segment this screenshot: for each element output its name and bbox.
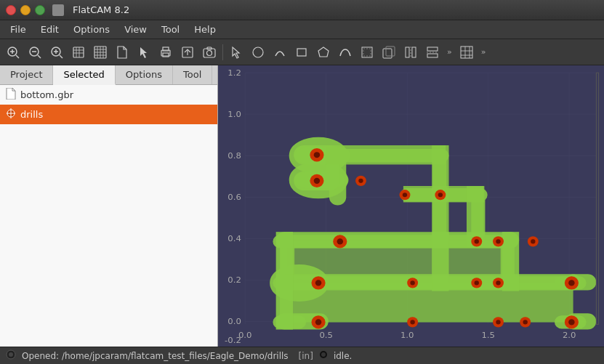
- svg-point-127: [475, 239, 479, 243]
- cursor-tool[interactable]: [226, 42, 246, 62]
- svg-text:0.8: 0.8: [227, 151, 241, 161]
- file-icon: [6, 88, 16, 102]
- export-button[interactable]: [177, 42, 198, 62]
- tab-selected[interactable]: Selected: [53, 65, 115, 85]
- menu-view[interactable]: View: [117, 23, 154, 36]
- svg-rect-32: [297, 49, 306, 56]
- canvas-area[interactable]: 1.2 1.0 0.8 0.6 0.4 0.2 0.0 -0.2 0.0 0.5…: [218, 65, 604, 347]
- svg-rect-101: [326, 145, 446, 164]
- new-button[interactable]: [112, 42, 132, 62]
- minimize-button[interactable]: [20, 5, 31, 15]
- svg-point-147: [496, 320, 500, 324]
- tab-tool[interactable]: Tool: [173, 65, 212, 84]
- circle-tool[interactable]: [248, 42, 268, 62]
- svg-rect-105: [276, 232, 520, 248]
- svg-point-143: [315, 319, 321, 325]
- toolbar: » »: [0, 39, 604, 65]
- zoom-fit-button[interactable]: [3, 42, 23, 62]
- replot-button[interactable]: [90, 42, 110, 62]
- tab-bar: Project Selected Options Tool: [0, 65, 217, 85]
- print-button[interactable]: [156, 42, 176, 62]
- menu-file[interactable]: File: [3, 23, 33, 36]
- svg-line-1: [16, 55, 19, 58]
- svg-point-125: [337, 238, 343, 244]
- svg-rect-36: [383, 49, 392, 58]
- app-icon: [52, 4, 64, 16]
- svg-point-133: [315, 280, 321, 286]
- svg-rect-11: [73, 47, 84, 57]
- svg-rect-37: [386, 46, 395, 56]
- idle-text: idle.: [334, 351, 352, 361]
- menu-edit[interactable]: Edit: [33, 23, 66, 36]
- close-button[interactable]: [6, 5, 16, 15]
- menu-tool[interactable]: Tool: [154, 23, 187, 36]
- tree-item-drills[interactable]: drills: [0, 105, 217, 124]
- svg-text:0.6: 0.6: [227, 193, 241, 203]
- svg-rect-28: [204, 49, 215, 57]
- menu-options[interactable]: Options: [66, 23, 117, 36]
- svg-point-139: [496, 280, 500, 285]
- flip-v-tool[interactable]: [422, 42, 443, 62]
- svg-line-5: [38, 55, 41, 58]
- svg-point-145: [410, 320, 414, 324]
- move-tool[interactable]: [357, 42, 377, 62]
- svg-rect-39: [412, 47, 416, 57]
- tab-options[interactable]: Options: [116, 65, 173, 84]
- svg-line-8: [60, 55, 63, 58]
- camera-button[interactable]: [199, 42, 220, 62]
- svg-rect-44: [461, 46, 472, 58]
- more-button-2[interactable]: »: [478, 47, 489, 57]
- svg-rect-41: [427, 47, 438, 51]
- svg-text:0.2: 0.2: [227, 275, 241, 286]
- rect-tool[interactable]: [291, 42, 312, 62]
- svg-point-156: [321, 352, 326, 357]
- svg-text:0.4: 0.4: [227, 234, 241, 244]
- grid-button[interactable]: [456, 42, 477, 62]
- poly-tool[interactable]: [313, 42, 334, 62]
- path-tool[interactable]: [335, 42, 355, 62]
- status-unit: [in]: [299, 351, 313, 361]
- copy-tool[interactable]: [379, 42, 399, 62]
- window-title: FlatCAM 8.2: [73, 4, 129, 15]
- titlebar: FlatCAM 8.2: [0, 0, 604, 20]
- zoom-out-button[interactable]: [25, 42, 45, 62]
- svg-rect-38: [406, 47, 409, 57]
- svg-text:1.2: 1.2: [227, 68, 241, 78]
- svg-rect-113: [432, 232, 448, 291]
- tab-project[interactable]: Project: [0, 65, 53, 84]
- zoom-in-button[interactable]: [47, 42, 67, 62]
- svg-point-154: [9, 352, 13, 357]
- svg-point-141: [568, 280, 574, 286]
- select-button[interactable]: [134, 42, 154, 62]
- pcb-view: 1.2 1.0 0.8 0.6 0.4 0.2 0.0 -0.2 0.0 0.5…: [218, 65, 604, 347]
- svg-point-131: [531, 239, 535, 243]
- svg-point-119: [358, 179, 363, 183]
- left-panel: Project Selected Options Tool bottom.gbr: [0, 65, 218, 347]
- svg-text:1.0: 1.0: [400, 330, 414, 340]
- redraw-button[interactable]: [68, 42, 89, 62]
- svg-rect-42: [427, 54, 438, 57]
- separator-1: [222, 44, 223, 60]
- svg-point-121: [403, 193, 407, 197]
- flip-h-tool[interactable]: [400, 42, 421, 62]
- drill-icon: [6, 108, 16, 121]
- maximize-button[interactable]: [35, 5, 45, 15]
- svg-point-29: [207, 50, 212, 55]
- svg-point-149: [523, 320, 527, 324]
- svg-rect-108: [502, 232, 519, 291]
- svg-rect-35: [363, 49, 371, 56]
- svg-point-151: [568, 319, 574, 325]
- menu-help[interactable]: Help: [187, 23, 223, 36]
- arc-tool[interactable]: [270, 42, 290, 62]
- tree-item-label: bottom.gbr: [20, 89, 73, 100]
- more-button-1[interactable]: »: [444, 47, 455, 57]
- status-text: Opened: /home/jpcaram/flatcam_test_files…: [22, 351, 289, 361]
- idle-icon: [319, 350, 328, 361]
- file-tree: bottom.gbr drills: [0, 85, 217, 347]
- tree-item-drills-label: drills: [20, 109, 43, 120]
- tree-item-bottom-gbr[interactable]: bottom.gbr: [0, 85, 217, 105]
- svg-point-135: [410, 280, 414, 285]
- main-area: Project Selected Options Tool bottom.gbr: [0, 65, 604, 347]
- svg-text:0.0: 0.0: [227, 317, 241, 327]
- svg-point-137: [475, 280, 479, 285]
